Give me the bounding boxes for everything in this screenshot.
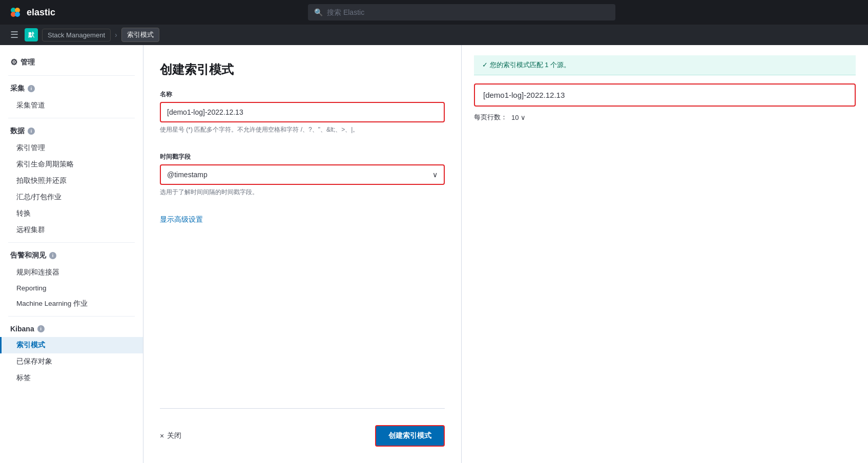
sidebar-divider-4 — [8, 316, 135, 317]
sidebar-section-collect[interactable]: 采集 i — [0, 80, 143, 97]
svg-point-4 — [15, 12, 20, 17]
section-title-kibana: Kibana — [10, 325, 34, 333]
matched-index-display: [demo1-log]-2022.12.13 — [474, 83, 856, 107]
info-icon-data: i — [28, 128, 35, 135]
sidebar-item-snapshot[interactable]: 拍取快照并还原 — [0, 173, 143, 189]
sidebar-divider-2 — [8, 118, 135, 118]
global-search-bar[interactable]: 🔍 — [308, 4, 615, 20]
section-title-management: 管理 — [20, 58, 35, 67]
sidebar-divider-1 — [8, 75, 135, 76]
logo-text: elastic — [27, 7, 55, 18]
breadcrumb-bar: ☰ 默 Stack Management › 索引模式 — [0, 25, 868, 45]
sidebar-section-alerts[interactable]: 告警和洞见 i — [0, 247, 143, 264]
close-label: 关闭 — [167, 431, 181, 440]
elastic-logo-icon — [8, 5, 23, 19]
info-icon-kibana: i — [37, 325, 45, 332]
sidebar-item-index-patterns[interactable]: 索引模式 — [0, 337, 143, 353]
per-page-arrow-icon: ∨ — [521, 114, 526, 121]
section-title-data: 数据 — [10, 127, 25, 136]
sidebar-divider-3 — [8, 242, 135, 243]
create-index-pattern-button[interactable]: 创建索引模式 — [375, 425, 445, 447]
sidebar-item-rules[interactable]: 规则和连接器 — [0, 264, 143, 281]
sidebar-item-transform[interactable]: 转换 — [0, 205, 143, 222]
timestamp-dropdown[interactable]: @timestamp ∨ — [160, 164, 445, 185]
sidebar-section-management: ⚙ 管理 — [0, 53, 143, 71]
sidebar-item-pipeline[interactable]: 采集管道 — [0, 97, 143, 114]
sidebar-section-kibana[interactable]: Kibana i — [0, 321, 143, 337]
main-layout: ⚙ 管理 采集 i 采集管道 数据 i 索引管理 索引生命周期策略 拍取快照并还… — [0, 45, 868, 463]
name-form-group: 名称 使用星号 (*) 匹配多个字符。不允许使用空格和字符 /、?、"、&lt;… — [160, 90, 445, 142]
sidebar-item-rollup[interactable]: 汇总/打包作业 — [0, 189, 143, 205]
timestamp-value: @timestamp — [167, 171, 208, 179]
sidebar: ⚙ 管理 采集 i 采集管道 数据 i 索引管理 索引生命周期策略 拍取快照并还… — [0, 45, 143, 463]
breadcrumb-separator: › — [115, 31, 117, 39]
sidebar-item-index-mgmt[interactable]: 索引管理 — [0, 140, 143, 156]
section-title-alerts: 告警和洞见 — [10, 251, 46, 260]
sidebar-section-data[interactable]: 数据 i — [0, 122, 143, 140]
name-input[interactable] — [160, 102, 445, 122]
per-page-value: 10 — [511, 114, 519, 121]
per-page-label: 每页行数： — [474, 113, 507, 122]
breadcrumb-stack-management[interactable]: Stack Management — [42, 29, 111, 41]
elastic-logo[interactable]: elastic — [8, 5, 55, 19]
per-page-dropdown[interactable]: 10 ∨ — [511, 114, 526, 121]
global-search-input[interactable] — [327, 8, 609, 16]
sidebar-item-ml-jobs[interactable]: Machine Learning 作业 — [0, 296, 143, 312]
modal-overlay: 创建索引模式 名称 使用星号 (*) 匹配多个字符。不允许使用空格和字符 /、?… — [143, 45, 868, 463]
close-icon: × — [160, 432, 164, 440]
info-icon-collect: i — [28, 85, 35, 92]
sidebar-item-saved-objects[interactable]: 已保存对象 — [0, 353, 143, 370]
timestamp-label: 时间戳字段 — [160, 153, 445, 161]
top-nav: elastic 🔍 — [0, 0, 868, 25]
section-title-collect: 采集 — [10, 84, 25, 93]
breadcrumb-index-patterns[interactable]: 索引模式 — [121, 28, 159, 42]
name-hint: 使用星号 (*) 匹配多个字符。不允许使用空格和字符 /、?、"、&lt;、>、… — [160, 125, 445, 134]
right-panel: ✓ 您的索引模式匹配 1 个源。 [demo1-log]-2022.12.13 … — [461, 45, 868, 463]
modal-footer: × 关闭 创建索引模式 — [160, 408, 445, 447]
svg-point-0 — [9, 6, 22, 18]
content-area: 索引模式 创建和管理帮助您从 Elasticsearch 索引检索数据的索引模式… — [143, 45, 868, 463]
sidebar-item-reporting[interactable]: Reporting — [0, 281, 143, 296]
gear-icon: ⚙ — [10, 57, 17, 67]
close-button[interactable]: × 关闭 — [160, 431, 181, 440]
timestamp-form-group: 时间戳字段 @timestamp ∨ 选用于了解时间间隔的时间戳字段。 — [160, 153, 445, 205]
info-icon-alerts: i — [49, 252, 56, 259]
modal-title: 创建索引模式 — [160, 61, 445, 78]
dropdown-arrow-icon: ∨ — [432, 171, 438, 179]
sidebar-item-tags[interactable]: 标签 — [0, 370, 143, 386]
create-index-pattern-modal: 创建索引模式 名称 使用星号 (*) 匹配多个字符。不允许使用空格和字符 /、?… — [143, 45, 461, 463]
match-banner-text: ✓ 您的索引模式匹配 1 个源。 — [482, 60, 570, 70]
hamburger-button[interactable]: ☰ — [8, 27, 20, 43]
name-label: 名称 — [160, 90, 445, 99]
timestamp-hint: 选用于了解时间间隔的时间戳字段。 — [160, 188, 445, 197]
advanced-settings-link[interactable]: 显示高级设置 — [160, 215, 445, 224]
sidebar-item-ilm[interactable]: 索引生命周期策略 — [0, 156, 143, 173]
search-icon: 🔍 — [314, 8, 323, 16]
per-page-row: 每页行数： 10 ∨ — [474, 113, 856, 122]
match-banner: ✓ 您的索引模式匹配 1 个源。 — [474, 55, 856, 75]
user-avatar[interactable]: 默 — [25, 28, 38, 41]
sidebar-item-remote-cluster[interactable]: 远程集群 — [0, 222, 143, 238]
